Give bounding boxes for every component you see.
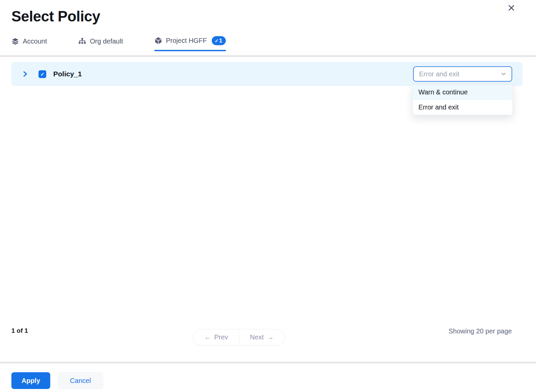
expand-chevron-icon[interactable] xyxy=(21,70,29,78)
tab-account[interactable]: Account xyxy=(11,37,47,51)
pager: ← Prev Next → xyxy=(193,329,285,345)
page-title: Select Policy xyxy=(11,8,100,25)
option-error-and-exit[interactable]: Error and exit xyxy=(413,100,513,115)
policy-name: Policy_1 xyxy=(53,70,82,78)
layers-icon xyxy=(11,37,19,45)
prev-label: Prev xyxy=(214,333,228,341)
tabs-divider xyxy=(0,55,536,57)
arrow-right-icon: → xyxy=(267,333,274,341)
tab-org-default-label: Org default xyxy=(90,37,123,45)
chevron-down-icon xyxy=(500,71,507,77)
close-icon xyxy=(508,4,515,12)
option-warn-and-continue[interactable]: Warn & continue xyxy=(413,85,513,100)
arrow-left-icon: ← xyxy=(204,333,211,341)
selected-count-badge: ✓ 1 xyxy=(212,36,225,45)
tab-bar: Account Org default Project HGFF ✓ 1 xyxy=(11,36,257,51)
footer-divider xyxy=(0,362,536,364)
prev-button[interactable]: ← Prev xyxy=(193,329,239,345)
tab-org-default[interactable]: Org default xyxy=(78,37,123,51)
check-icon: ✓ xyxy=(214,38,219,43)
check-icon: ✓ xyxy=(40,72,45,77)
selected-count: 1 xyxy=(219,38,222,44)
next-label: Next xyxy=(250,333,264,341)
cancel-button[interactable]: Cancel xyxy=(58,372,103,389)
apply-button[interactable]: Apply xyxy=(11,372,50,389)
page-status: 1 of 1 xyxy=(11,327,28,334)
tab-project-hgff[interactable]: Project HGFF ✓ 1 xyxy=(154,36,225,51)
close-button[interactable] xyxy=(507,3,516,12)
tab-account-label: Account xyxy=(23,37,47,45)
per-page-status: Showing 20 per page xyxy=(449,327,512,335)
cube-icon xyxy=(154,37,162,45)
policy-action-dropdown-menu: Warn & continue Error and exit xyxy=(412,84,513,115)
policy-action-select-value: Error and exit xyxy=(419,70,459,78)
next-button[interactable]: Next → xyxy=(239,329,284,345)
org-chart-icon xyxy=(78,37,86,45)
policy-action-select[interactable]: Error and exit xyxy=(413,66,512,82)
policy-row: ✓ Policy_1 Error and exit xyxy=(11,62,523,86)
policy-checkbox[interactable]: ✓ xyxy=(39,70,46,78)
tab-project-hgff-label: Project HGFF xyxy=(166,37,207,45)
